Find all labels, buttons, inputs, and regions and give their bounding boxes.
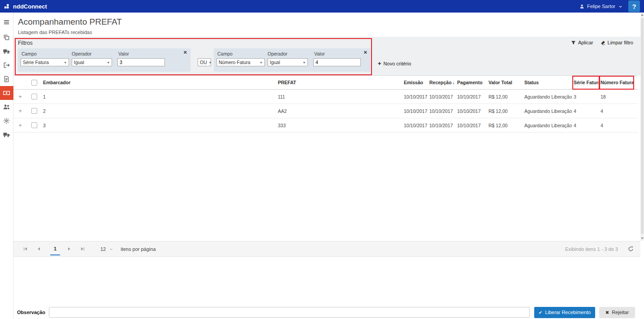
expand-row-button[interactable]: +: [18, 108, 22, 114]
cell-valor-total: R$ 12,00: [487, 104, 523, 118]
next-page-button[interactable]: [64, 244, 74, 254]
remove-criterion-2-button[interactable]: ×: [363, 49, 367, 55]
field-select-1[interactable]: Série Fatura ▼: [21, 58, 69, 66]
dropdown-arrow-icon: ▼: [64, 61, 67, 64]
sign-out-icon: [3, 62, 10, 69]
cell-recepcao: 10/10/2017: [428, 118, 456, 132]
page-size-select[interactable]: 12: [100, 246, 113, 252]
filters-title: Filtros: [18, 40, 33, 46]
column-header-recepcao[interactable]: Recepção↓: [428, 76, 456, 89]
last-page-icon: [80, 246, 85, 251]
menu-toggle-button[interactable]: [3, 17, 10, 27]
value-input-1[interactable]: [117, 58, 165, 66]
pager: 1 12 itens por página Exibindo itens 1 -…: [13, 241, 640, 257]
observation-label: Observação: [17, 310, 45, 315]
column-header-pagamento[interactable]: Pagamento: [456, 76, 487, 89]
operator-select-2[interactable]: Igual ▼: [268, 58, 308, 66]
remove-criterion-1-button[interactable]: ×: [183, 49, 187, 55]
column-header-valor-total[interactable]: Valor Total: [487, 76, 523, 89]
field-select-2-value: Número Fatura: [219, 60, 251, 65]
grid-row-3[interactable]: + 3 333 10/10/2017 10/10/2017 10/10/2017…: [13, 118, 638, 133]
clear-filter-button[interactable]: Limpar filtro: [601, 40, 633, 45]
sidebar-item-settings[interactable]: [0, 114, 13, 128]
first-page-button[interactable]: [20, 244, 30, 254]
column-header-numero-fatura[interactable]: Número Fatura: [599, 76, 638, 89]
value-input-2[interactable]: [313, 58, 361, 66]
row-3-checkbox[interactable]: [31, 122, 37, 128]
observation-input[interactable]: [49, 307, 530, 318]
user-menu[interactable]: Felipe Sartor: [574, 4, 628, 9]
select-all-checkbox[interactable]: [31, 80, 37, 86]
clear-filter-label: Limpar filtro: [608, 40, 633, 45]
column-header-prefat[interactable]: PREFAT: [277, 76, 402, 89]
refresh-button[interactable]: [627, 246, 634, 253]
sort-descending-icon: ↓: [453, 80, 455, 85]
money-icon: [3, 90, 10, 96]
sidebar-item-exit[interactable]: [0, 58, 13, 72]
release-receipt-button[interactable]: ✔ Liberar Recebimento: [534, 307, 595, 318]
sidebar-item-documents[interactable]: [0, 30, 13, 44]
sidebar-item-users[interactable]: [0, 100, 13, 114]
sidebar-item-prefat[interactable]: [0, 86, 13, 100]
pager-info: Exibindo itens 1 - 3 de 3: [565, 246, 618, 252]
sidebar-item-shipping[interactable]: [0, 44, 13, 58]
eraser-icon: [601, 40, 605, 45]
dropdown-arrow-icon: ▼: [209, 61, 212, 64]
page-header: Acompanhamento PREFAT Listagem das PREFA…: [13, 13, 640, 37]
sidebar-item-fleet[interactable]: [0, 128, 13, 142]
row-2-checkbox[interactable]: [31, 108, 37, 114]
user-name: Felipe Sartor: [587, 4, 615, 9]
last-page-button[interactable]: [77, 244, 88, 254]
field-select-2[interactable]: Número Fatura ▼: [216, 58, 265, 66]
app-root: nddConnect Felipe Sartor ?: [0, 0, 644, 319]
page-subtitle: Listagem das PREFATs recebidas: [18, 30, 640, 35]
column-header-status[interactable]: Status: [523, 76, 572, 89]
cell-valor-total: R$ 12,00: [487, 118, 523, 132]
operator-select-1[interactable]: Igual ▼: [72, 58, 112, 66]
brand-name: nddConnect: [13, 3, 47, 10]
column-header-serie-fatura[interactable]: Série Fatura: [572, 76, 599, 89]
expand-row-button[interactable]: +: [18, 122, 22, 129]
page-size-label: itens por página: [121, 246, 156, 252]
field-select-1-value: Série Fatura: [23, 60, 49, 65]
new-criterion-button[interactable]: + Novo critério: [378, 60, 411, 67]
vertical-scrollbar[interactable]: [640, 13, 644, 241]
cell-embarcador: 2: [42, 104, 277, 118]
apply-filter-button[interactable]: Aplicar: [571, 40, 593, 45]
connector-select[interactable]: OU ▼: [198, 58, 211, 66]
current-page[interactable]: 1: [50, 243, 60, 255]
page-size-value: 12: [100, 246, 106, 252]
grid-row-1[interactable]: + 1 111 10/10/2017 10/10/2017 10/10/2017…: [13, 90, 638, 104]
expand-row-button[interactable]: +: [18, 93, 22, 100]
row-1-checkbox[interactable]: [31, 94, 37, 99]
filter-actions: Aplicar Limpar filtro: [571, 40, 633, 45]
scroll-down-arrow[interactable]: [641, 237, 644, 239]
cell-emissao: 10/10/2017: [402, 90, 428, 103]
scroll-up-arrow[interactable]: [641, 14, 644, 16]
refresh-icon: [628, 246, 634, 252]
chevron-down-icon: [618, 4, 623, 9]
hamburger-icon: [3, 19, 10, 26]
column-header-recepcao-label: Recepção: [429, 80, 452, 85]
user-icon: [579, 4, 584, 9]
cell-pagamento: 10/10/2017: [456, 118, 487, 132]
connector-value: OU: [200, 60, 207, 65]
cell-numero-fatura: 18: [599, 90, 638, 103]
help-button[interactable]: ?: [628, 0, 640, 12]
select-all-column-header: [27, 76, 42, 89]
footer-actions: Observação ✔ Liberar Recebimento ✖ Rejei…: [13, 306, 644, 319]
sidebar: [0, 13, 13, 319]
previous-page-button[interactable]: [33, 244, 44, 254]
reject-button[interactable]: ✖ Rejeitar: [599, 307, 635, 318]
column-header-emissao[interactable]: Emissão: [402, 76, 428, 89]
operator-select-1-value: Igual: [74, 60, 84, 65]
grid-row-2[interactable]: + 2 AA2 10/10/2017 10/10/2017 10/10/2017…: [13, 104, 638, 118]
column-header-embarcador[interactable]: Embarcador: [42, 76, 277, 89]
cell-emissao: 10/10/2017: [402, 104, 428, 118]
cell-numero-fatura: 4: [599, 104, 638, 118]
filters-panel: Filtros Aplicar Limpar filtro × Campo Op…: [13, 37, 640, 75]
scrollbar-thumb[interactable]: [641, 18, 644, 234]
cell-valor-total: R$ 12,00: [487, 90, 523, 103]
cross-icon: ✖: [605, 310, 609, 315]
sidebar-item-reports[interactable]: [0, 72, 13, 86]
